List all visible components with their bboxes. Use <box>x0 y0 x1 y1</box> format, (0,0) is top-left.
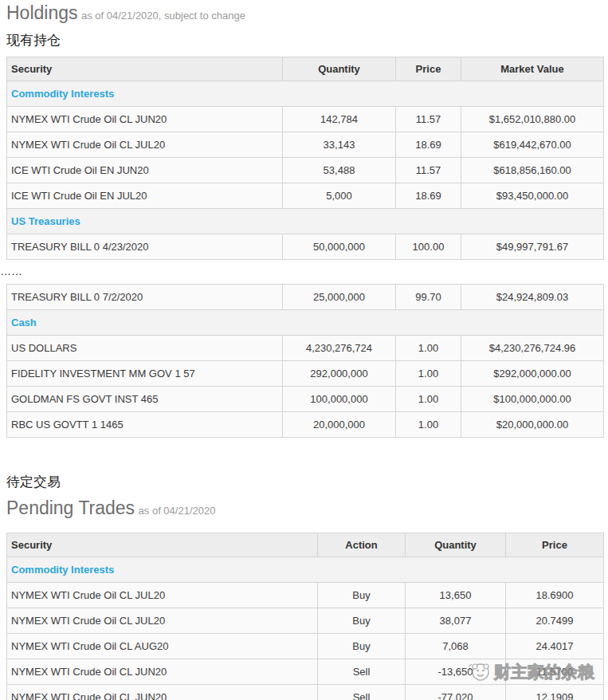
truncation-ellipsis: …… <box>0 264 608 278</box>
column-header-security: Security <box>7 57 283 81</box>
table-row: TREASURY BILL 0 7/2/2020 25,000,000 99.7… <box>7 285 604 310</box>
cell-price: 24.4017 <box>506 634 604 659</box>
cell-security: RBC US GOVTT 1 1465 <box>7 412 283 438</box>
cell-quantity: 33,143 <box>283 132 396 158</box>
cell-price: 11.57 <box>396 107 461 132</box>
cell-security: FIDELITY INVESTMENT MM GOV 1 57 <box>7 361 283 387</box>
holdings-table-part2: TREASURY BILL 0 7/2/2020 25,000,000 99.7… <box>6 284 604 438</box>
pending-trades-title: Pending Trades <box>6 497 135 518</box>
cell-security: TREASURY BILL 0 7/2/2020 <box>7 285 283 310</box>
cell-market-value: $619,442,670.00 <box>461 132 604 158</box>
cell-action: Buy <box>318 583 406 608</box>
column-header-price: Price <box>506 533 604 557</box>
cell-security: NYMEX WTI Crude Oil CL JUN20 <box>7 107 283 132</box>
holdings-title: Holdings <box>6 2 78 23</box>
section-label: Cash <box>7 310 604 336</box>
cell-market-value: $1,652,010,880.00 <box>461 107 604 132</box>
table-row: NYMEX WTI Crude Oil CL JUN20 142,784 11.… <box>7 107 604 132</box>
cell-price: 1.00 <box>396 412 461 438</box>
section-row-cash: Cash <box>7 310 604 336</box>
table-row: GOLDMAN FS GOVT INST 465 100,000,000 1.0… <box>7 387 604 412</box>
cell-security: NYMEX WTI Crude Oil CL AUG20 <box>7 634 318 659</box>
cell-price: 18.69 <box>396 132 461 158</box>
cell-quantity: 50,000,000 <box>283 234 396 260</box>
column-header-market-value: Market Value <box>461 57 604 81</box>
table-row: RBC US GOVTT 1 1465 20,000,000 1.00 $20,… <box>7 412 604 438</box>
section-label: Commodity Interests <box>7 557 604 583</box>
table-row: NYMEX WTI Crude Oil CL JUN20 Sell -13,65… <box>7 659 604 685</box>
cell-security: ICE WTI Crude Oil EN JUL20 <box>7 183 283 209</box>
cell-quantity: 53,488 <box>283 158 396 183</box>
cell-quantity: 4,230,276,724 <box>283 336 396 361</box>
cell-security: NYMEX WTI Crude Oil CL JUN20 <box>7 659 318 685</box>
cell-price: 1.00 <box>396 336 461 361</box>
table-row: NYMEX WTI Crude Oil CL AUG20 Buy 7,068 2… <box>7 634 604 659</box>
cell-market-value: $618,856,160.00 <box>461 158 604 183</box>
holdings-header: Holdings as of 04/21/2020, subject to ch… <box>6 2 608 24</box>
pending-header-row: Security Action Quantity Price <box>7 533 604 557</box>
cell-price: 1.00 <box>396 361 461 387</box>
pending-trades-table: Security Action Quantity Price Commodity… <box>6 533 604 700</box>
section-label: Commodity Interests <box>7 81 604 107</box>
cell-quantity: 142,784 <box>283 107 396 132</box>
cell-market-value: $20,000,000.00 <box>461 412 604 438</box>
table-row: ICE WTI Crude Oil EN JUN20 53,488 11.57 … <box>7 158 604 183</box>
pending-trades-header: Pending Trades as of 04/21/2020 <box>6 497 608 519</box>
cell-price: 11.5700 <box>506 659 604 685</box>
cell-quantity: 20,000,000 <box>283 412 396 438</box>
cell-price: 100.00 <box>396 234 461 260</box>
cell-market-value: $49,997,791.67 <box>461 234 604 260</box>
cell-price: 12.1909 <box>506 685 604 700</box>
cell-price: 20.7499 <box>506 608 604 634</box>
cell-quantity: 25,000,000 <box>283 285 396 310</box>
cell-market-value: $100,000,000.00 <box>461 387 604 412</box>
section-row-commodity-interests: Commodity Interests <box>7 557 604 583</box>
cell-security: US DOLLARS <box>7 336 283 361</box>
column-header-quantity: Quantity <box>283 57 396 81</box>
page: Holdings as of 04/21/2020, subject to ch… <box>0 2 608 700</box>
column-header-security: Security <box>7 533 318 557</box>
cell-price: 99.70 <box>396 285 461 310</box>
table-row: US DOLLARS 4,230,276,724 1.00 $4,230,276… <box>7 336 604 361</box>
table-row: FIDELITY INVESTMENT MM GOV 1 57 292,000,… <box>7 361 604 387</box>
column-header-action: Action <box>318 533 406 557</box>
holdings-asof: as of 04/21/2020, subject to change <box>81 10 245 22</box>
column-header-price: Price <box>396 57 461 81</box>
column-header-quantity: Quantity <box>406 533 506 557</box>
pending-trades-title-zh: 待定交易 <box>6 473 608 491</box>
cell-quantity: 7,068 <box>406 634 506 659</box>
table-row: NYMEX WTI Crude Oil CL JUN20 Sell -77,02… <box>7 685 604 700</box>
cell-security: GOLDMAN FS GOVT INST 465 <box>7 387 283 412</box>
cell-action: Sell <box>318 685 406 700</box>
table-row: NYMEX WTI Crude Oil CL JUL20 33,143 18.6… <box>7 132 604 158</box>
cell-market-value: $292,000,000.00 <box>461 361 604 387</box>
cell-quantity: 5,000 <box>283 183 396 209</box>
cell-quantity: 13,650 <box>406 583 506 608</box>
cell-price: 1.00 <box>396 387 461 412</box>
cell-market-value: $93,450,000.00 <box>461 183 604 209</box>
holdings-title-zh: 现有持仓 <box>6 31 608 49</box>
cell-security: TREASURY BILL 0 4/23/2020 <box>7 234 283 260</box>
section-label: US Treasuries <box>7 209 604 234</box>
table-row: NYMEX WTI Crude Oil CL JUL20 Buy 13,650 … <box>7 583 604 608</box>
section-row-commodity-interests: Commodity Interests <box>7 81 604 107</box>
cell-price: 11.57 <box>396 158 461 183</box>
cell-security: NYMEX WTI Crude Oil CL JUN20 <box>7 685 318 700</box>
cell-quantity: 100,000,000 <box>283 387 396 412</box>
table-row: ICE WTI Crude Oil EN JUL20 5,000 18.69 $… <box>7 183 604 209</box>
section-row-us-treasuries: US Treasuries <box>7 209 604 234</box>
cell-market-value: $24,924,809.03 <box>461 285 604 310</box>
cell-action: Buy <box>318 608 406 634</box>
table-row: NYMEX WTI Crude Oil CL JUL20 Buy 38,077 … <box>7 608 604 634</box>
cell-price: 18.6900 <box>506 583 604 608</box>
cell-security: NYMEX WTI Crude Oil CL JUL20 <box>7 608 318 634</box>
cell-security: ICE WTI Crude Oil EN JUN20 <box>7 158 283 183</box>
cell-security: NYMEX WTI Crude Oil CL JUL20 <box>7 132 283 158</box>
cell-security: NYMEX WTI Crude Oil CL JUL20 <box>7 583 318 608</box>
cell-quantity: 38,077 <box>406 608 506 634</box>
cell-action: Buy <box>318 634 406 659</box>
cell-quantity: 292,000,000 <box>283 361 396 387</box>
pending-trades-asof: as of 04/21/2020 <box>139 505 216 517</box>
holdings-header-row: Security Quantity Price Market Value <box>7 57 604 81</box>
cell-quantity: -77,020 <box>406 685 506 700</box>
